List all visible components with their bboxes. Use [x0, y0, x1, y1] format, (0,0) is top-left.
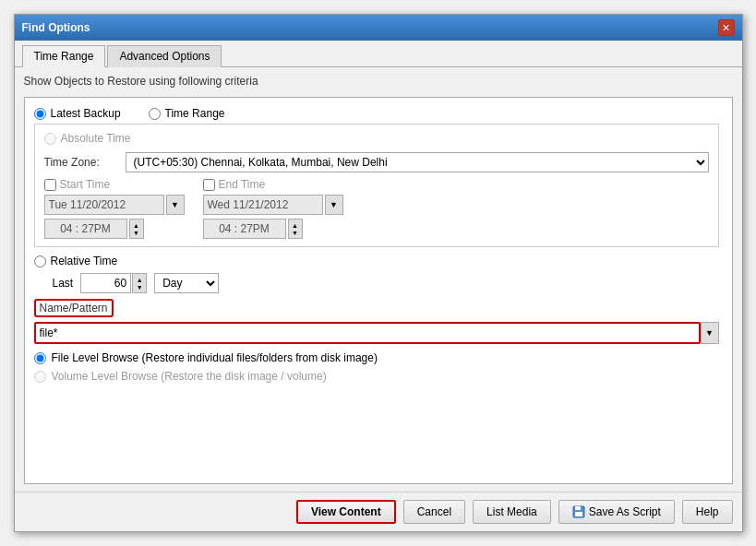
cancel-button[interactable]: Cancel: [403, 500, 465, 524]
relative-row: Last ▲ ▼ Day Week Month: [34, 273, 719, 293]
datetime-row: Start Time ▼ ▲ ▼: [44, 178, 709, 239]
end-date-row: ▼: [203, 195, 343, 215]
start-date-dropdown[interactable]: ▼: [166, 195, 185, 215]
help-button[interactable]: Help: [682, 500, 733, 524]
start-time-spinner[interactable]: ▲ ▼: [129, 219, 144, 239]
pattern-dropdown-btn[interactable]: ▼: [701, 322, 719, 344]
save-icon: [572, 505, 585, 518]
volume-level-radio[interactable]: [34, 371, 46, 383]
end-time-checkbox-label[interactable]: End Time: [203, 178, 343, 191]
absolute-time-option[interactable]: Absolute Time: [44, 132, 709, 145]
timezone-select[interactable]: (UTC+05:30) Chennai, Kolkata, Mumbai, Ne…: [126, 152, 709, 172]
tab-advanced-options[interactable]: Advanced Options: [107, 45, 222, 67]
start-date-row: ▼: [44, 195, 185, 215]
footer: View Content Cancel List Media Save As S…: [15, 492, 742, 531]
end-date-dropdown[interactable]: ▼: [325, 195, 343, 215]
view-content-button[interactable]: View Content: [296, 500, 396, 524]
main-window: Find Options ✕ Time Range Advanced Optio…: [14, 14, 743, 532]
title-bar: Find Options ✕: [15, 15, 742, 41]
save-as-script-button[interactable]: Save As Script: [558, 500, 675, 524]
end-time-checkbox[interactable]: [203, 179, 215, 191]
time-range-radio[interactable]: [149, 108, 161, 120]
latest-backup-option[interactable]: Latest Backup: [34, 107, 121, 120]
name-pattern-label: Name/Pattern: [34, 299, 114, 317]
scroll-area[interactable]: Latest Backup Time Range Absolute Time T…: [34, 107, 723, 474]
tab-time-range[interactable]: Time Range: [22, 45, 106, 67]
volume-level-browse-option[interactable]: Volume Level Browse (Restore the disk im…: [34, 370, 719, 383]
relative-time-section: Relative Time Last ▲ ▼ Day: [34, 255, 719, 293]
svg-rect-2: [575, 512, 582, 516]
last-value-spinner[interactable]: ▲ ▼: [132, 273, 147, 293]
relative-time-option[interactable]: Relative Time: [34, 255, 719, 267]
content-area: Show Objects to Restore using following …: [15, 67, 742, 492]
absolute-time-section: Absolute Time Time Zone: (UTC+05:30) Che…: [34, 124, 719, 247]
last-value-input[interactable]: [80, 273, 131, 293]
file-level-radio[interactable]: [34, 352, 46, 364]
start-time-checkbox[interactable]: [44, 179, 56, 191]
tabs-row: Time Range Advanced Options: [15, 41, 742, 67]
svg-rect-1: [575, 506, 581, 510]
start-time-checkbox-label[interactable]: Start Time: [44, 178, 185, 191]
backup-mode-row: Latest Backup Time Range: [34, 107, 719, 120]
name-pattern-section: Name/Pattern ▼: [34, 299, 719, 344]
end-time-spinner[interactable]: ▲ ▼: [288, 219, 303, 239]
time-range-option[interactable]: Time Range: [149, 107, 225, 120]
main-panel: Latest Backup Time Range Absolute Time T…: [24, 97, 733, 484]
browse-section: File Level Browse (Restore individual fi…: [34, 351, 719, 383]
close-button[interactable]: ✕: [718, 19, 735, 36]
latest-backup-radio[interactable]: [34, 108, 46, 120]
end-time-input[interactable]: [203, 219, 286, 239]
absolute-time-radio[interactable]: [44, 133, 56, 145]
description-text: Show Objects to Restore using following …: [24, 75, 733, 88]
end-date-input[interactable]: [203, 195, 323, 215]
list-media-button[interactable]: List Media: [473, 500, 551, 524]
window-title: Find Options: [22, 21, 90, 34]
relative-time-radio[interactable]: [34, 255, 46, 267]
pattern-input-row: ▼: [34, 322, 719, 344]
start-time-row: ▲ ▼: [44, 219, 185, 239]
end-time-row: ▲ ▼: [203, 219, 343, 239]
pattern-input[interactable]: [34, 322, 701, 344]
end-time-group: End Time ▼ ▲ ▼: [203, 178, 343, 239]
file-level-browse-option[interactable]: File Level Browse (Restore individual fi…: [34, 351, 719, 364]
start-date-input[interactable]: [44, 195, 164, 215]
unit-select[interactable]: Day Week Month: [154, 273, 219, 293]
start-time-input[interactable]: [44, 219, 127, 239]
timezone-row: Time Zone: (UTC+05:30) Chennai, Kolkata,…: [44, 152, 709, 172]
start-time-group: Start Time ▼ ▲ ▼: [44, 178, 185, 239]
